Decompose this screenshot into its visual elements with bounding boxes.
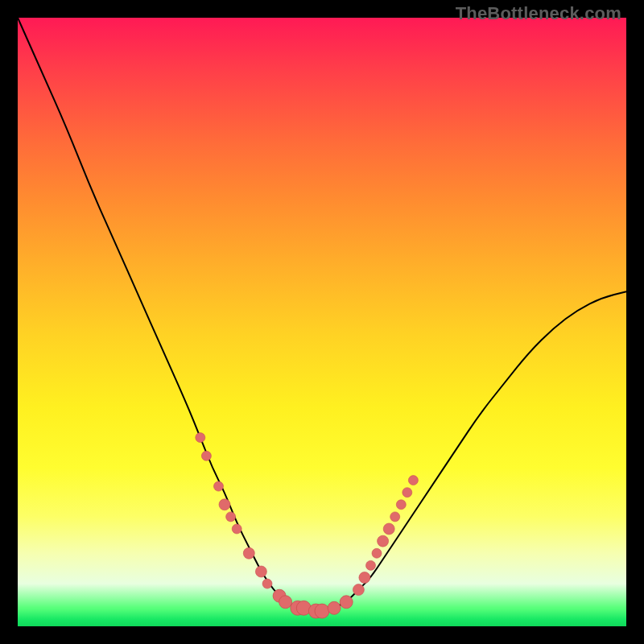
data-point [402, 488, 412, 497]
data-point [378, 535, 389, 547]
data-point [243, 547, 254, 559]
data-point [219, 499, 230, 510]
watermark-text: TheBottleneck.com [456, 3, 621, 24]
data-point [328, 601, 341, 614]
data-point [340, 596, 353, 609]
data-point [396, 500, 406, 510]
data-point [201, 451, 211, 460]
chart-frame: TheBottleneck.com [0, 0, 644, 644]
plot-area [18, 18, 626, 626]
data-point [255, 566, 266, 577]
data-point [353, 584, 364, 596]
data-point [214, 481, 224, 491]
data-point [279, 596, 292, 609]
bottleneck-curve [18, 18, 626, 611]
data-point [383, 523, 394, 535]
curve-layer [18, 18, 626, 626]
data-point [262, 579, 272, 588]
data-point [226, 512, 236, 522]
data-point [315, 604, 329, 618]
data-point [196, 433, 205, 443]
data-point [232, 524, 242, 534]
data-point [390, 512, 400, 522]
data-point [359, 572, 370, 584]
data-point [372, 548, 382, 558]
data-point [366, 560, 376, 570]
data-point [408, 476, 418, 485]
